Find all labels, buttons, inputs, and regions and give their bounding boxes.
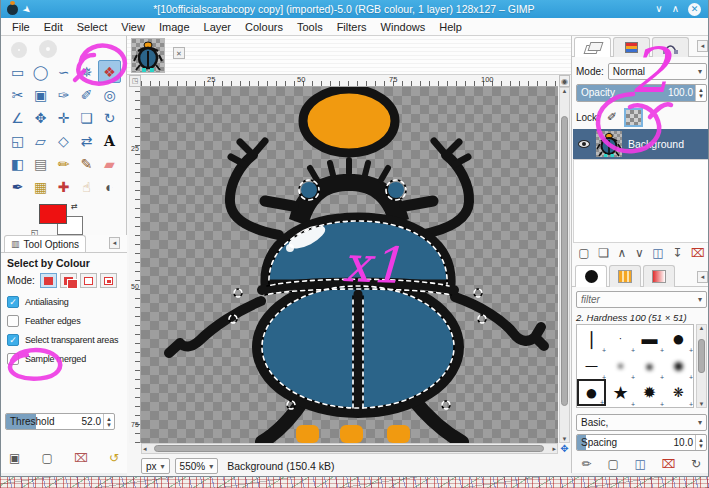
tab-brushes[interactable]: [575, 265, 607, 287]
brush-item[interactable]: ✷: [664, 406, 693, 408]
maximize-button[interactable]: ∧: [672, 4, 679, 14]
free-select-tool[interactable]: ∽: [52, 60, 75, 83]
brush-group-dropdown[interactable]: Basic,▾: [576, 414, 707, 431]
perspective-tool[interactable]: ◇: [52, 129, 75, 152]
image-tab[interactable]: [131, 38, 165, 73]
brush-item[interactable]: ●: [606, 352, 635, 379]
delete-layer-button[interactable]: ⌧: [691, 246, 705, 260]
gradient-tool[interactable]: ▤: [29, 152, 52, 175]
brush-item[interactable]: ❊: [606, 406, 635, 408]
menu-colours[interactable]: Colours: [238, 19, 290, 35]
brush-item[interactable]: ●: [664, 325, 693, 352]
mode-intersect-button[interactable]: [100, 273, 117, 288]
close-icon[interactable]: ✕: [173, 47, 185, 59]
paths-tool[interactable]: ✑: [52, 83, 75, 106]
brush-item[interactable]: ★: [606, 379, 635, 406]
tab-patterns[interactable]: [609, 265, 641, 287]
layer-mode-dropdown[interactable]: Normal▾: [608, 63, 707, 80]
minimize-button[interactable]: ∨: [655, 4, 662, 14]
menu-select[interactable]: Select: [70, 19, 115, 35]
checkbox-feather-edges[interactable]: Feather edges: [7, 314, 80, 328]
new-layer-group-button[interactable]: ❏: [598, 246, 609, 260]
foreground-select-tool[interactable]: ▣: [29, 83, 52, 106]
horizontal-scrollbar[interactable]: ◂ ▸: [141, 443, 558, 454]
scissors-select-tool[interactable]: ✂: [6, 83, 29, 106]
restore-tool-preset-button[interactable]: ▢: [41, 451, 52, 465]
spacing-spinner[interactable]: ▲▼: [695, 435, 706, 450]
mode-add-button[interactable]: [60, 273, 77, 288]
crop-tool[interactable]: ❏: [75, 106, 98, 129]
heal-tool[interactable]: ✚: [52, 175, 75, 198]
mode-replace-button[interactable]: [40, 273, 57, 288]
image-canvas[interactable]: [141, 87, 558, 443]
colour-picker-tool[interactable]: ✐: [75, 83, 98, 106]
layers-menu-button[interactable]: ◂: [697, 40, 708, 52]
threshold-spinner[interactable]: ▲▼: [103, 414, 114, 429]
dodge-burn-tool[interactable]: ◐: [98, 175, 121, 198]
tool-options-tab[interactable]: ▥ Tool Options: [4, 235, 86, 252]
swap-colours-icon[interactable]: ⇄: [71, 202, 78, 211]
layer-list[interactable]: [573, 159, 709, 243]
new-layer-button[interactable]: ▢: [578, 246, 589, 260]
brush-item[interactable]: ▬: [635, 325, 664, 352]
flip-tool[interactable]: ⇄: [75, 129, 98, 152]
delete-brush-button[interactable]: ⌧: [662, 457, 676, 471]
tab-gradients[interactable]: [643, 265, 675, 287]
ruler-origin-button[interactable]: ◳: [129, 75, 141, 87]
checkbox-antialiasing[interactable]: ✓Antialiasing: [7, 295, 69, 309]
tab-paths[interactable]: [652, 37, 689, 57]
ink-tool[interactable]: ✒: [6, 175, 29, 198]
refresh-brushes-button[interactable]: ↻: [691, 457, 701, 471]
shear-tool[interactable]: ▱: [29, 129, 52, 152]
new-brush-button[interactable]: ▢: [608, 457, 619, 471]
lock-pixels-icon[interactable]: ✐: [607, 110, 617, 124]
align-tool[interactable]: ✛: [52, 106, 75, 129]
menu-filters[interactable]: Filters: [330, 19, 374, 35]
brush-item[interactable]: ✹: [635, 379, 664, 406]
text-tool[interactable]: A: [98, 129, 121, 152]
menu-tools[interactable]: Tools: [290, 19, 330, 35]
lock-alpha-icon[interactable]: [624, 108, 643, 127]
ellipse-select-tool[interactable]: ◯: [29, 60, 52, 83]
zoom-dropdown[interactable]: 550%▾: [175, 458, 219, 474]
tool-options-menu-button[interactable]: ◂: [109, 237, 120, 249]
lower-layer-button[interactable]: ∨: [635, 246, 644, 260]
bucket-fill-tool[interactable]: ◧: [6, 152, 29, 175]
opacity-slider[interactable]: Opacity 100.0 ▲▼: [576, 84, 707, 102]
scale-tool[interactable]: ◱: [6, 129, 29, 152]
raise-layer-button[interactable]: ∧: [618, 246, 627, 260]
brush-item[interactable]: ●: [664, 352, 693, 379]
rectangle-select-tool[interactable]: ▭: [6, 60, 29, 83]
smudge-tool[interactable]: ☝: [75, 175, 98, 198]
vertical-scrollbar[interactable]: ▲ ▼: [559, 87, 570, 443]
brush-item[interactable]: ❘: [577, 325, 606, 352]
pan-view-icon[interactable]: ✥: [559, 443, 570, 454]
menu-file[interactable]: File: [5, 19, 37, 35]
brush-grid-scrollbar[interactable]: ▲ ▼: [696, 324, 707, 408]
clone-tool[interactable]: ▦: [29, 175, 52, 198]
save-tool-preset-button[interactable]: ▣: [9, 451, 20, 465]
paintbrush-tool[interactable]: ✎: [75, 152, 98, 175]
zoom-tool[interactable]: ◎: [98, 83, 121, 106]
fuzzy-select-tool[interactable]: ✵: [75, 60, 98, 83]
tab-layers[interactable]: [574, 37, 611, 57]
duplicate-layer-button[interactable]: ◫: [652, 246, 663, 260]
select-by-colour-tool[interactable]: ❖: [98, 60, 121, 83]
spacing-slider[interactable]: Spacing 10.0 ▲▼: [576, 434, 707, 451]
delete-tool-preset-button[interactable]: ⌧: [74, 451, 88, 465]
layer-row-background[interactable]: Background: [573, 129, 709, 159]
mode-subtract-button[interactable]: [80, 273, 97, 288]
edit-brush-button[interactable]: ✏: [582, 457, 592, 471]
menu-image[interactable]: Image: [152, 19, 197, 35]
vertical-scrollbar-thumb[interactable]: [561, 116, 568, 406]
tab-channels[interactable]: [613, 37, 650, 57]
layer-visibility-icon[interactable]: [578, 140, 590, 148]
eraser-tool[interactable]: ▰: [98, 152, 121, 175]
brush-item[interactable]: ●: [635, 352, 664, 379]
foreground-colour-swatch[interactable]: [39, 204, 67, 224]
menu-layer[interactable]: Layer: [197, 19, 239, 35]
brushes-menu-button[interactable]: ◂: [697, 271, 708, 283]
menu-edit[interactable]: Edit: [37, 19, 70, 35]
brush-item-selected[interactable]: ●: [577, 379, 606, 406]
menu-help[interactable]: Help: [432, 19, 469, 35]
